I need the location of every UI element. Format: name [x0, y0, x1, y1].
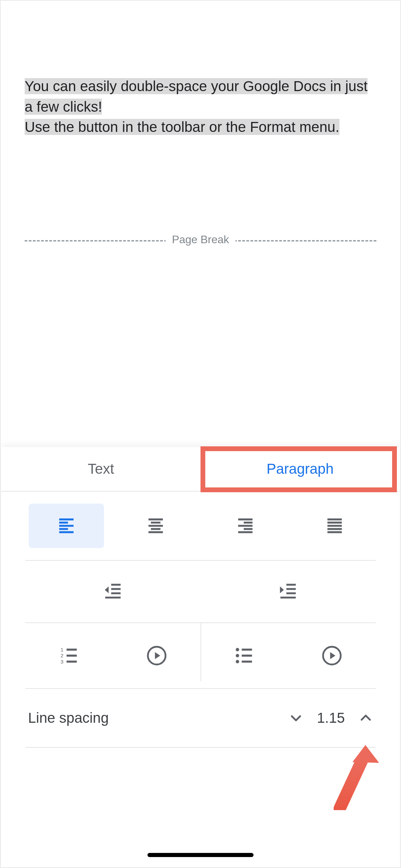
line-spacing-decrease-button[interactable]	[289, 711, 303, 725]
numbered-list-icon: 1 2 3	[59, 645, 79, 666]
document-text[interactable]: You can easily double-space your Google …	[25, 76, 376, 137]
svg-point-41	[236, 648, 239, 652]
decrease-indent-button[interactable]	[103, 581, 123, 602]
play-circle-icon	[146, 645, 167, 666]
svg-text:3: 3	[61, 659, 63, 665]
bulleted-list-options-button[interactable]	[321, 645, 342, 666]
align-justify-button[interactable]	[297, 504, 372, 548]
vertical-divider	[200, 623, 201, 681]
selected-text-line-1[interactable]: You can easily double-space your Google …	[25, 78, 367, 115]
svg-marker-29	[280, 586, 284, 593]
bulleted-list-icon	[234, 645, 255, 666]
page-break-label: Page Break	[166, 233, 235, 246]
svg-point-43	[236, 660, 239, 664]
line-spacing-increase-button[interactable]	[359, 711, 373, 725]
align-justify-icon	[325, 516, 344, 535]
svg-text:1: 1	[61, 647, 63, 653]
format-panel: Text Paragraph	[1, 447, 400, 867]
home-indicator[interactable]	[147, 853, 254, 857]
numbered-list-options-button[interactable]	[146, 645, 167, 666]
selected-text-line-2[interactable]: Use the button in the toolbar or the For…	[25, 119, 339, 135]
tab-text-label: Text	[88, 461, 114, 477]
indent-row	[25, 561, 376, 622]
decrease-indent-icon	[103, 581, 123, 602]
annotation-arrow-icon	[324, 742, 379, 810]
align-center-button[interactable]	[118, 504, 193, 548]
numbered-list-button[interactable]: 1 2 3	[59, 645, 79, 666]
document-canvas[interactable]: You can easily double-space your Google …	[1, 1, 400, 246]
page-break: Page Break	[25, 233, 376, 246]
align-left-icon	[57, 516, 76, 535]
play-circle-icon	[321, 645, 342, 666]
increase-indent-button[interactable]	[278, 581, 298, 602]
align-left-button[interactable]	[29, 504, 104, 548]
line-spacing-label: Line spacing	[28, 710, 289, 726]
tab-text[interactable]: Text	[1, 447, 200, 491]
format-tabs: Text Paragraph	[1, 447, 400, 492]
chevron-up-icon	[359, 711, 373, 725]
svg-marker-24	[105, 586, 108, 593]
alignment-row	[25, 492, 376, 560]
align-right-button[interactable]	[208, 504, 283, 548]
bulleted-list-button[interactable]	[234, 645, 255, 666]
line-spacing-value: 1.15	[315, 710, 346, 726]
chevron-down-icon	[289, 711, 303, 725]
list-row: 1 2 3	[25, 623, 376, 688]
tab-paragraph[interactable]: Paragraph	[200, 447, 400, 491]
align-right-icon	[236, 516, 255, 535]
svg-point-42	[236, 654, 239, 657]
line-spacing-row: Line spacing 1.15	[25, 689, 376, 747]
increase-indent-icon	[278, 581, 298, 602]
tab-paragraph-label: Paragraph	[267, 461, 334, 477]
align-center-icon	[146, 516, 165, 535]
svg-marker-45	[330, 652, 335, 659]
svg-text:2: 2	[61, 653, 63, 658]
svg-marker-37	[155, 652, 160, 659]
